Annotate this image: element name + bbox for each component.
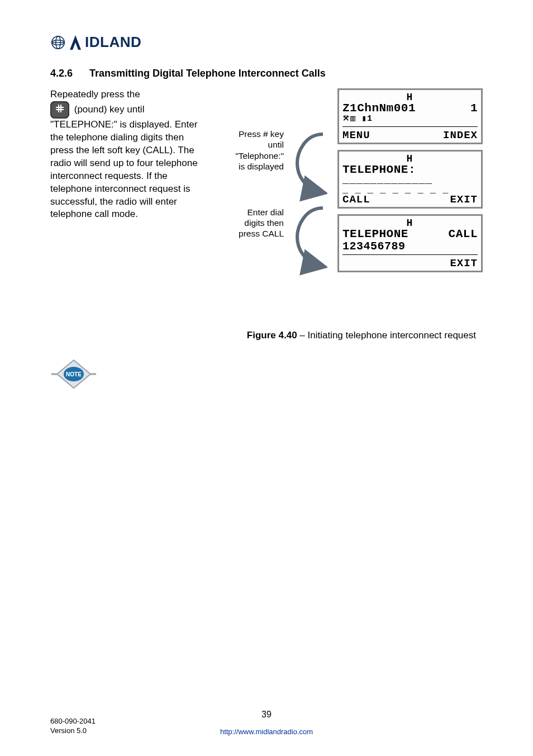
- globe-icon: [50, 35, 66, 50]
- lcd3-softkey-right: EXIT: [450, 257, 478, 270]
- instruction-2: Enter dial digits then press CALL: [217, 207, 284, 239]
- heading-number: 4.2.6: [50, 68, 73, 79]
- instruction-column: Press # key until "Telephone:" is displa…: [217, 88, 284, 239]
- lcd1-index: 1: [470, 102, 478, 115]
- lcd2-entryline: _____________: [342, 176, 478, 185]
- body-pre: Repeatedly press the: [50, 89, 140, 100]
- lcd2-softkey-left: CALL: [342, 193, 370, 206]
- page-footer: 680-090-2041 Version 5.0 39 http://www.m…: [50, 710, 483, 736]
- lcd1-softkey-right: INDEX: [443, 129, 478, 141]
- instruction-1: Press # key until "Telephone:" is displa…: [217, 129, 284, 172]
- figure-text: – Initiating telephone interconnect requ…: [297, 330, 476, 341]
- lcd3-call: CALL: [449, 228, 478, 240]
- lcd1-softkey-left: MENU: [342, 129, 370, 141]
- lcd2-softkey-right: EXIT: [450, 193, 478, 206]
- lcd-panel-1: H Z1ChnNm001 1 ⤧▥ ▮1 MENU INDEX: [337, 88, 483, 144]
- lcd2-h: H: [342, 154, 478, 164]
- lcd3-number: 123456789: [342, 240, 406, 252]
- brand-logo: IDLAND: [50, 34, 483, 51]
- note-badge: NOTE: [50, 358, 483, 393]
- footer-url: http://www.midlandradio.com: [50, 727, 483, 736]
- logo-a-mark: [69, 34, 82, 51]
- svg-text:NOTE: NOTE: [66, 371, 82, 377]
- lcd1-title: Z1ChnNm001: [342, 102, 416, 115]
- lcd2-dashes: _ _ _ _ _ _ _ _ _: [342, 188, 478, 193]
- heading-title: Transmitting Digital Telephone Interconn…: [89, 68, 326, 79]
- pound-key-icon: [50, 101, 69, 119]
- body-text: Repeatedly press the (pound) key until "…: [50, 88, 207, 221]
- lcd-panel-2: H TELEPHONE: _____________ _ _ _ _ _ _ _…: [337, 150, 483, 209]
- lcd3-h: H: [342, 218, 478, 228]
- page-number: 39: [50, 710, 483, 720]
- figure-number: Figure 4.40: [247, 330, 297, 341]
- lcd-panel-3: H TELEPHONE CALL 123456789 EXIT: [337, 214, 483, 272]
- lcd1-h: H: [342, 92, 478, 102]
- footer-version: Version 5.0: [50, 726, 96, 736]
- section-heading: 4.2.6 Transmitting Digital Telephone Int…: [50, 68, 483, 79]
- body-post: (pound) key until "TELEPHONE:" is displa…: [50, 104, 198, 220]
- footer-docnum: 680-090-2041: [50, 717, 96, 726]
- lcd3-title: TELEPHONE: [342, 228, 408, 240]
- lcd1-icons: ⤧▥ ▮1: [342, 115, 478, 124]
- arrow-column: [294, 88, 327, 316]
- logo-text: IDLAND: [85, 34, 141, 51]
- figure-caption: Figure 4.40 – Initiating telephone inter…: [50, 330, 483, 341]
